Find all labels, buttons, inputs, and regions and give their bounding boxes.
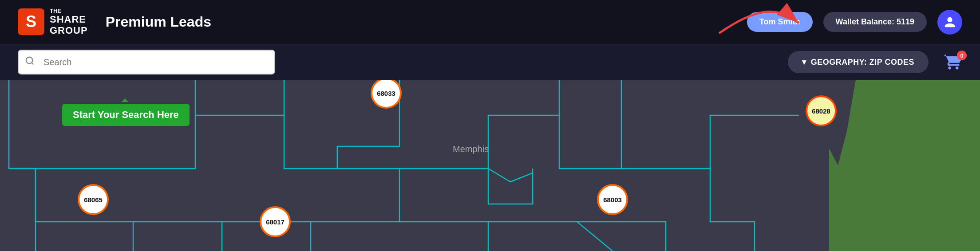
logo-group: GROUP [50,25,88,36]
search-icon [25,56,35,68]
search-tooltip: Start Your Search Here [62,104,190,126]
svg-point-3 [26,57,33,64]
search-container [18,50,275,75]
logo-share: SHARE [50,14,88,25]
search-input[interactable] [18,50,275,75]
cart-badge: 0 [957,51,967,60]
zip-marker-68028[interactable]: 68028 [806,95,837,126]
logo-the: THE [50,8,88,14]
geography-button[interactable]: ▾ GEOGRAPHY: ZIP CODES [788,51,929,73]
zip-marker-68017[interactable]: 68017 [260,206,291,237]
toolbar: ▾ GEOGRAPHY: ZIP CODES 0 [0,44,980,80]
cart-button[interactable]: 0 [944,53,962,71]
header: S THE SHARE GROUP Premium Leads Tom Smit… [0,0,980,44]
logo-text: THE SHARE GROUP [50,8,88,36]
cart-container: 0 [944,53,962,71]
page-title: Premium Leads [106,14,211,30]
svg-line-4 [32,63,33,64]
avatar-button[interactable] [937,10,962,35]
geography-label: GEOGRAPHY: ZIP CODES [811,58,914,67]
logo: S THE SHARE GROUP [18,8,88,36]
city-label-memphis: Memphis [453,144,489,154]
logo-icon: S [18,8,44,35]
chevron-down-icon: ▾ [802,57,806,67]
person-icon [944,16,956,28]
zip-marker-68003[interactable]: 68003 [597,184,628,215]
svg-text:S: S [26,12,36,31]
user-button[interactable]: Tom Smith [747,12,813,32]
wallet-button[interactable]: Wallet Balance: 5119 [823,12,927,32]
zip-marker-68065[interactable]: 68065 [78,184,109,215]
map-area: Start Your Search Here Memphis 68033 680… [0,80,980,251]
